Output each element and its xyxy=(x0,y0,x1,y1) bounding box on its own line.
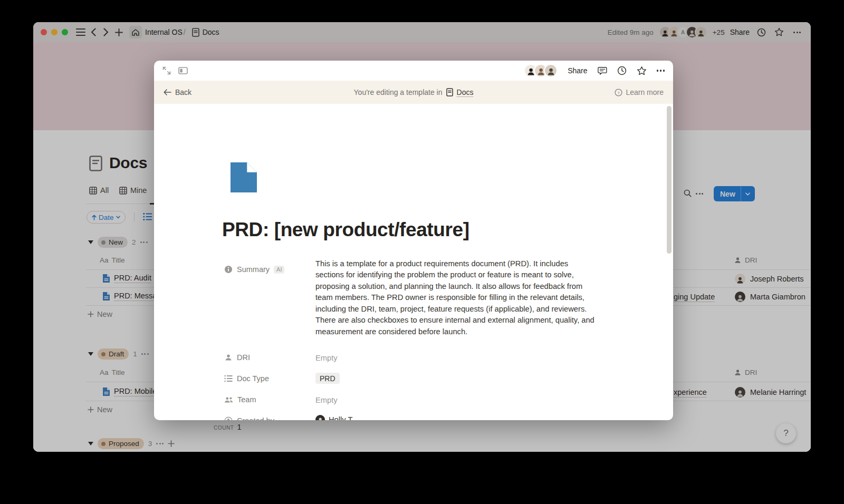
modal-scrollbar[interactable] xyxy=(667,106,672,254)
learn-more-link[interactable]: ? Learn more xyxy=(615,88,664,96)
expand-icon[interactable] xyxy=(162,66,171,75)
bulleted-list-icon xyxy=(224,375,233,382)
property-team[interactable]: Team xyxy=(224,395,256,404)
question-circle-icon: ? xyxy=(615,89,622,96)
property-summary-label: Summary xyxy=(237,265,270,274)
person-circle-icon xyxy=(224,416,233,420)
document-title[interactable]: PRD: [new product/feature] xyxy=(222,219,469,241)
template-editor-modal: Share Back You're editing a template in xyxy=(154,61,673,420)
learn-more-label: Learn more xyxy=(626,88,664,96)
side-peek-icon[interactable] xyxy=(178,67,188,74)
property-team-label: Team xyxy=(237,395,256,404)
avatar xyxy=(315,415,325,420)
property-doctype[interactable]: Doc Type xyxy=(224,374,269,383)
template-banner: Back You're editing a template in Docs ?… xyxy=(154,81,673,104)
banner-message: You're editing a template in xyxy=(354,88,443,96)
property-team-value[interactable]: Empty xyxy=(315,396,338,404)
modal-header: Share xyxy=(154,61,673,81)
history-clock-icon[interactable] xyxy=(617,66,627,75)
property-createdby-value[interactable]: Holly T xyxy=(315,415,352,420)
property-createdby-label: Created by xyxy=(237,416,274,420)
svg-text:?: ? xyxy=(618,90,620,95)
property-dri[interactable]: DRI xyxy=(224,353,250,362)
back-button[interactable]: Back xyxy=(164,88,191,96)
avatar xyxy=(544,64,558,77)
property-doctype-label: Doc Type xyxy=(237,374,269,383)
property-summary[interactable]: Summary AI xyxy=(224,265,284,274)
property-doctype-value[interactable]: PRD xyxy=(315,373,340,384)
ai-badge: AI xyxy=(274,266,284,274)
favorite-star-icon[interactable] xyxy=(637,66,647,76)
person-icon xyxy=(224,353,233,362)
doctype-tag[interactable]: PRD xyxy=(315,373,340,384)
property-dri-value[interactable]: Empty xyxy=(315,354,338,362)
target-doc-icon xyxy=(446,88,453,96)
document-page-icon[interactable] xyxy=(231,162,257,192)
property-summary-value[interactable]: This is a template for a product require… xyxy=(315,258,598,337)
banner-target-page[interactable]: Docs xyxy=(457,88,474,96)
info-circle-icon xyxy=(224,265,233,274)
back-button-label: Back xyxy=(175,88,191,96)
comments-icon[interactable] xyxy=(598,66,607,75)
people-icon xyxy=(224,396,233,404)
notion-window: Internal OS/ Docs Edited 9m ago A +25 Sh… xyxy=(33,22,811,452)
createdby-name: Holly T xyxy=(329,415,352,420)
modal-more-icon[interactable] xyxy=(657,70,665,72)
modal-collaborator-avatars[interactable] xyxy=(524,64,558,77)
property-createdby[interactable]: Created by xyxy=(224,416,274,420)
property-dri-label: DRI xyxy=(237,353,250,362)
modal-share-button[interactable]: Share xyxy=(568,66,587,75)
